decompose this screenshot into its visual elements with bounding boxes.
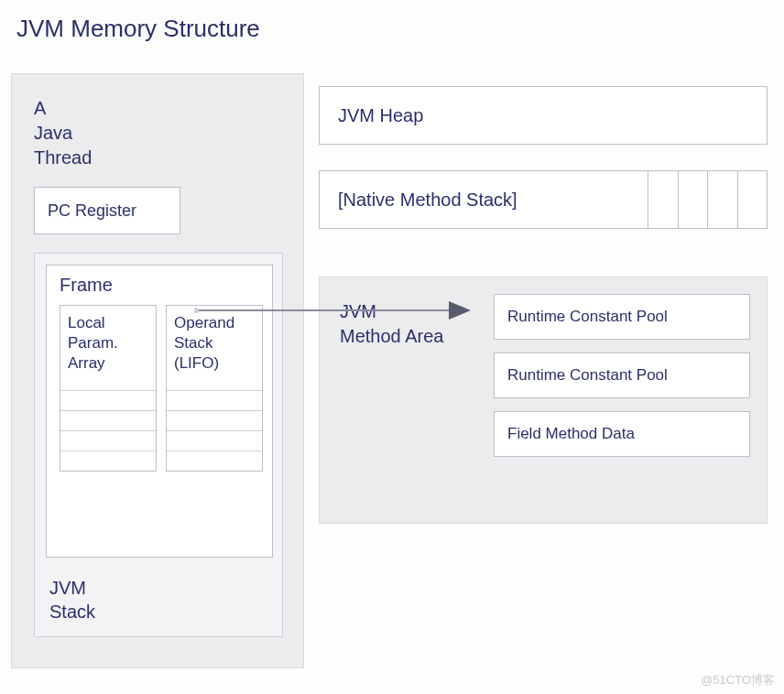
array-slot bbox=[60, 450, 156, 471]
frame-box: Frame Local Param. Array Operand Stack (… bbox=[46, 265, 273, 558]
pc-register-box: PC Register bbox=[34, 187, 180, 234]
method-area-item: Runtime Constant Pool bbox=[494, 352, 750, 398]
jvm-stack-label: JVM Stack bbox=[49, 576, 95, 624]
page-title: JVM Memory Structure bbox=[0, 0, 784, 43]
method-area-item-label: Runtime Constant Pool bbox=[507, 366, 668, 385]
jvm-heap-box: JVM Heap bbox=[319, 86, 768, 145]
stack-slot bbox=[167, 410, 262, 430]
operand-stack-box: Operand Stack (LIFO) bbox=[166, 305, 263, 472]
native-slot bbox=[648, 171, 678, 228]
native-slot bbox=[707, 171, 737, 228]
native-slot bbox=[737, 171, 768, 228]
method-area-label: JVM Method Area bbox=[340, 299, 477, 349]
stack-slot bbox=[167, 450, 262, 471]
pc-register-label: PC Register bbox=[48, 201, 136, 221]
native-method-stack-label: [Native Method Stack] bbox=[338, 190, 517, 211]
frame-label: Frame bbox=[60, 275, 263, 296]
watermark: @51CTO博客 bbox=[701, 672, 775, 689]
thread-label: A Java Thread bbox=[34, 96, 285, 170]
array-slot bbox=[60, 390, 156, 410]
method-area-item: Field Method Data bbox=[494, 411, 750, 457]
method-area-item-label: Field Method Data bbox=[507, 425, 635, 443]
diagram-canvas: A Java Thread PC Register Frame Local Pa… bbox=[11, 73, 771, 668]
method-area-item-label: Runtime Constant Pool bbox=[507, 308, 668, 326]
local-param-array-label: Local Param. Array bbox=[60, 306, 156, 390]
local-param-array-box: Local Param. Array bbox=[60, 305, 157, 472]
jvm-stack-box: Frame Local Param. Array Operand Stack (… bbox=[34, 253, 283, 637]
method-area-item: Runtime Constant Pool bbox=[494, 294, 750, 340]
operand-stack-label: Operand Stack (LIFO) bbox=[167, 306, 262, 390]
native-stack-slots bbox=[648, 171, 767, 228]
native-slot bbox=[678, 171, 708, 228]
thread-panel: A Java Thread PC Register Frame Local Pa… bbox=[11, 73, 304, 668]
native-method-stack-box: [Native Method Stack] bbox=[319, 170, 768, 229]
jvm-heap-label: JVM Heap bbox=[338, 105, 423, 126]
stack-slot bbox=[167, 430, 262, 450]
method-area-box: JVM Method Area Runtime Constant Pool Ru… bbox=[319, 277, 768, 524]
array-slot bbox=[60, 430, 156, 450]
stack-slot bbox=[167, 390, 262, 410]
array-slot bbox=[60, 410, 156, 430]
